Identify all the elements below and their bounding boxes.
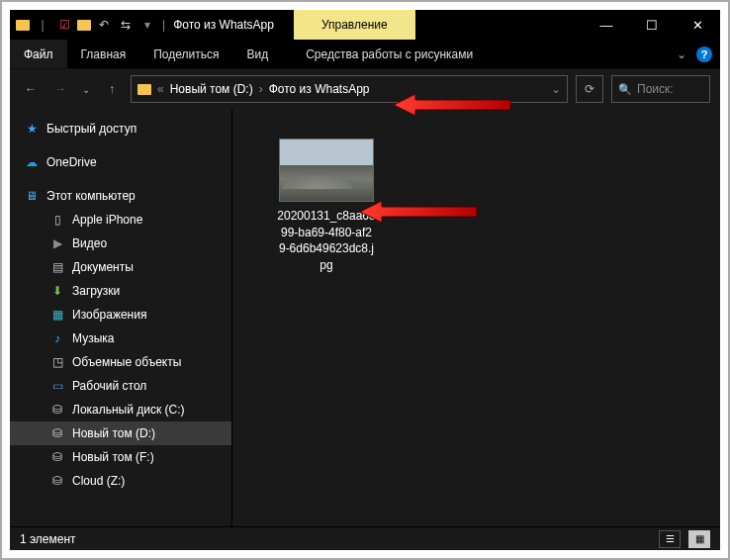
disk-icon: ⛁ xyxy=(49,425,65,441)
disk-icon: ⛁ xyxy=(49,473,65,489)
sidebar-item[interactable]: ▶Видео xyxy=(10,232,231,255)
sidebar-item[interactable]: ▦Изображения xyxy=(10,303,231,327)
sidebar-item-label: Видео xyxy=(72,236,107,250)
undo-icon[interactable]: ↶ xyxy=(95,16,113,34)
search-icon: 🔍 xyxy=(618,83,632,96)
new-folder-icon[interactable] xyxy=(77,20,91,31)
minimize-button[interactable]: — xyxy=(584,10,629,40)
sidebar-item-label: Новый том (F:) xyxy=(72,450,154,464)
ribbon-tabs: Файл Главная Поделиться Вид Средства раб… xyxy=(10,40,720,69)
sidebar-item-label: Cloud (Z:) xyxy=(72,474,125,488)
maximize-button[interactable]: ☐ xyxy=(629,10,675,40)
tab-home[interactable]: Главная xyxy=(67,40,140,68)
breadcrumb-segment[interactable]: Новый том (D:) xyxy=(170,82,253,96)
pc-icon: 🖥 xyxy=(24,188,40,204)
sidebar-item-label: Музыка xyxy=(72,331,114,345)
sidebar-item-label: Apple iPhone xyxy=(72,213,142,227)
qat-separator-icon: | xyxy=(34,16,51,34)
up-button[interactable]: ↑ xyxy=(101,78,123,100)
breadcrumb-overflow[interactable]: « xyxy=(157,82,164,96)
sidebar-item[interactable]: ▤Документы xyxy=(10,255,231,279)
sidebar-item[interactable]: ▭Рабочий стол xyxy=(10,374,231,398)
quick-access-toolbar: | ☑ ↶ ⇆ ▾ xyxy=(10,10,162,40)
refresh-button[interactable]: ⟳ xyxy=(576,75,603,103)
img-icon: ▦ xyxy=(49,307,65,323)
sidebar-item[interactable]: ◳Объемные объекты xyxy=(10,350,231,374)
sidebar-item-quick-access[interactable]: ★ Быстрый доступ xyxy=(10,117,231,140)
sidebar-item[interactable]: ⬇Загрузки xyxy=(10,279,231,303)
sidebar-item[interactable]: ⛁Новый том (D:) xyxy=(10,421,231,445)
video-icon: ▶ xyxy=(49,235,65,251)
sidebar-item-label: OneDrive xyxy=(46,155,97,169)
properties-icon[interactable]: ☑ xyxy=(55,16,73,34)
breadcrumb-bar[interactable]: « Новый том (D:) › Фото из WhatsApp ⌄ xyxy=(131,75,568,103)
disk-icon: ⛁ xyxy=(49,449,65,465)
recent-locations-button[interactable]: ⌄ xyxy=(79,78,93,100)
file-name: 20200131_c8aa68 99-ba69-4f80-af2 9-6d6b4… xyxy=(263,208,390,273)
sidebar-item[interactable]: ⛁Новый том (F:) xyxy=(10,445,231,469)
breadcrumb-dropdown-icon[interactable]: ⌄ xyxy=(551,82,561,96)
status-item-count: 1 элемент xyxy=(20,532,76,546)
forward-button[interactable]: → xyxy=(49,78,71,100)
close-button[interactable]: ✕ xyxy=(675,10,720,40)
navigation-pane: ★ Быстрый доступ ☁ OneDrive 🖥 Этот компь… xyxy=(10,109,232,526)
sidebar-item-this-pc[interactable]: 🖥 Этот компьютер xyxy=(10,184,231,208)
sidebar-item[interactable]: ⛁Cloud (Z:) xyxy=(10,469,231,493)
help-icon[interactable]: ? xyxy=(696,47,712,62)
breadcrumb-segment[interactable]: Фото из WhatsApp xyxy=(269,82,370,96)
contextual-tab-header: Управление xyxy=(294,10,415,40)
file-item[interactable]: 20200131_c8aa68 99-ba69-4f80-af2 9-6d6b4… xyxy=(262,139,391,273)
details-view-button[interactable]: ☰ xyxy=(659,530,681,548)
back-button[interactable]: ← xyxy=(20,78,42,100)
desk-icon: ▭ xyxy=(49,378,65,394)
cloud-icon: ☁ xyxy=(24,154,40,170)
sidebar-item-label: Локальный диск (C:) xyxy=(72,403,185,417)
search-input[interactable] xyxy=(637,82,703,96)
sidebar-item-label: Этот компьютер xyxy=(46,189,136,203)
sidebar-item-label: Объемные объекты xyxy=(72,355,181,369)
disk-icon: ⛁ xyxy=(49,402,65,418)
tab-share[interactable]: Поделиться xyxy=(139,40,232,68)
redo-icon[interactable]: ⇆ xyxy=(117,16,135,34)
window-title: Фото из WhatsApp xyxy=(165,10,282,40)
folder-icon xyxy=(16,20,30,31)
dl-icon: ⬇ xyxy=(49,283,65,299)
docs-icon: ▤ xyxy=(49,259,65,275)
sidebar-item-onedrive[interactable]: ☁ OneDrive xyxy=(10,150,231,174)
search-box[interactable]: 🔍 xyxy=(611,75,710,103)
title-bar: | ☑ ↶ ⇆ ▾ | Фото из WhatsApp Управление … xyxy=(10,10,720,40)
sidebar-item-label: Документы xyxy=(72,260,134,274)
vol-icon: ◳ xyxy=(49,354,65,370)
sidebar-item-label: Загрузки xyxy=(72,284,120,298)
sidebar-item[interactable]: ▯Apple iPhone xyxy=(10,208,231,232)
file-thumbnail[interactable] xyxy=(279,139,374,202)
location-icon xyxy=(137,84,151,95)
qat-dropdown-icon[interactable]: ▾ xyxy=(138,16,156,34)
star-icon: ★ xyxy=(24,121,40,137)
breadcrumb-chevron-icon[interactable]: › xyxy=(259,82,263,96)
music-icon: ♪ xyxy=(49,330,65,346)
sidebar-item-label: Изображения xyxy=(72,308,146,322)
sidebar-item[interactable]: ⛁Локальный диск (C:) xyxy=(10,398,231,421)
file-tab[interactable]: Файл xyxy=(10,40,67,68)
sidebar-item-label: Быстрый доступ xyxy=(46,122,137,136)
sidebar-item-label: Рабочий стол xyxy=(72,379,146,393)
tab-picture-tools[interactable]: Средства работы с рисунками xyxy=(292,40,487,68)
sidebar-item-label: Новый том (D:) xyxy=(72,426,155,440)
content-pane[interactable]: 20200131_c8aa68 99-ba69-4f80-af2 9-6d6b4… xyxy=(232,109,720,526)
ribbon-expand-icon[interactable]: ⌄ xyxy=(677,47,686,61)
navigation-bar: ← → ⌄ ↑ « Новый том (D:) › Фото из Whats… xyxy=(10,69,720,109)
thumbnails-view-button[interactable]: ▦ xyxy=(688,530,710,548)
sidebar-item[interactable]: ♪Музыка xyxy=(10,327,231,350)
status-bar: 1 элемент ☰ ▦ xyxy=(10,526,720,550)
tab-view[interactable]: Вид xyxy=(232,40,282,68)
phone-icon: ▯ xyxy=(49,212,65,228)
